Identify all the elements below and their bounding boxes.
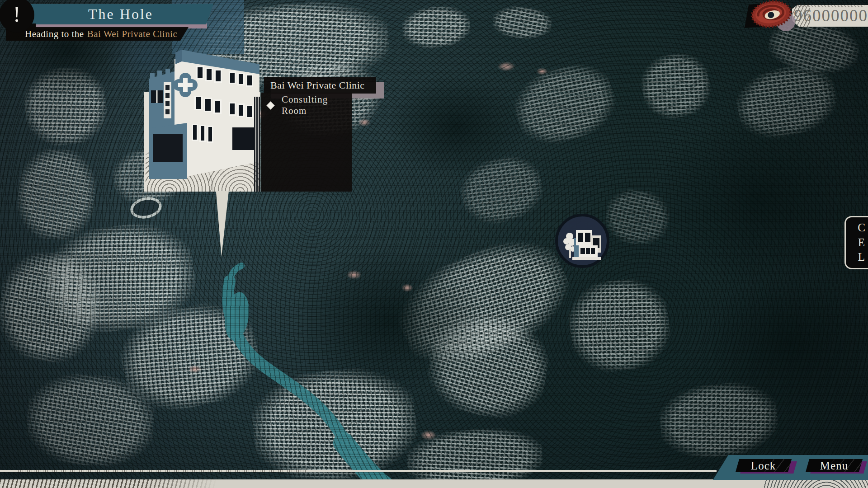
popup-menu-item-label: Consulting Room (282, 94, 352, 117)
subtitle-destination: Bai Wei Private Clinic (87, 28, 178, 40)
popup-title: Bai Wei Private Clinic (270, 80, 365, 91)
popup-menu-item-consulting-room[interactable]: Consulting Room (261, 98, 352, 113)
bottom-divider-line (0, 470, 717, 472)
red-spiral-eye-icon (750, 0, 794, 30)
stadium-landmark (128, 194, 164, 221)
location-title: The Hole (88, 6, 153, 23)
tab-letter: C (858, 221, 866, 235)
cell-side-tab[interactable]: C E L (844, 216, 868, 269)
clinic-building-illustration (144, 43, 260, 192)
subtitle-prefix: Heading to the (25, 28, 84, 40)
popup-title-bar: Bai Wei Private Clinic (264, 77, 376, 94)
tab-letter: E (858, 235, 865, 250)
river (0, 0, 868, 488)
destination-subtitle-bar: Heading to the Bai Wei Private Clinic (6, 27, 189, 41)
map-marker-clinic[interactable] (554, 213, 610, 269)
city-map[interactable] (0, 0, 868, 488)
menu-button[interactable]: Menu (806, 459, 863, 472)
lock-button[interactable]: Lock (736, 459, 792, 472)
diamond-bullet-icon (266, 101, 274, 109)
location-banner: The Hole (28, 4, 213, 24)
tab-letter: L (858, 250, 865, 265)
alert-glyph: ! (13, 1, 21, 27)
currency-amount: 96000000 (794, 6, 866, 25)
game-map-screen: Bai Wei Private Clinic Consulting Room T… (0, 0, 868, 488)
bottom-film-strip (0, 479, 868, 488)
